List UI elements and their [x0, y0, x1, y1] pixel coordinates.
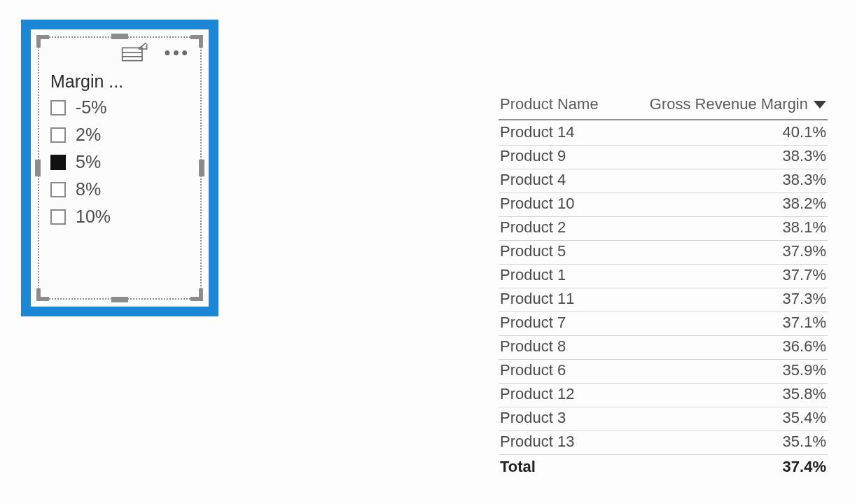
- table-row[interactable]: Product 335.4%: [499, 407, 828, 431]
- cell-product-name: Product 14: [500, 123, 783, 141]
- cell-product-name: Product 1: [500, 266, 783, 284]
- slicer-visual: ••• Margin ... -5%2%5%8%10%: [31, 29, 209, 307]
- resize-handle-top[interactable]: [111, 34, 128, 39]
- cell-margin-value: 35.4%: [783, 409, 826, 427]
- table-row[interactable]: Product 1235.8%: [499, 384, 828, 407]
- table-row[interactable]: Product 1335.1%: [499, 431, 828, 455]
- table-row[interactable]: Product 438.3%: [499, 169, 828, 193]
- slicer-item-label: -5%: [76, 97, 106, 118]
- cell-margin-value: 37.3%: [783, 290, 826, 308]
- column-header-product-name[interactable]: Product Name: [500, 95, 650, 113]
- slicer-header-toolbar: •••: [45, 39, 195, 66]
- cell-margin-value: 36.6%: [783, 337, 826, 356]
- cell-margin-value: 38.3%: [783, 171, 826, 189]
- svg-line-3: [139, 43, 147, 49]
- selection-corner-bottom-left: [36, 288, 49, 301]
- cell-margin-value: 37.7%: [783, 266, 826, 284]
- cell-margin-value: 40.1%: [783, 123, 826, 141]
- cell-product-name: Product 13: [500, 433, 783, 451]
- checkbox-icon[interactable]: [50, 209, 66, 225]
- table-row[interactable]: Product 836.6%: [499, 336, 828, 360]
- cell-margin-value: 38.3%: [783, 147, 826, 165]
- slicer-item-label: 8%: [76, 179, 101, 200]
- checkbox-icon[interactable]: [50, 100, 66, 115]
- slicer-item-label: 5%: [76, 152, 101, 172]
- svg-rect-0: [122, 48, 141, 60]
- cell-product-name: Product 10: [500, 195, 783, 213]
- resize-handle-bottom[interactable]: [111, 297, 128, 302]
- slicer-item[interactable]: 5%: [50, 152, 192, 172]
- table-row[interactable]: Product 737.1%: [499, 312, 828, 336]
- table-row[interactable]: Product 238.1%: [499, 217, 828, 241]
- cell-margin-value: 35.9%: [783, 361, 826, 379]
- table-row[interactable]: Product 1038.2%: [499, 193, 828, 217]
- cell-product-name: Product 2: [500, 218, 783, 237]
- cell-product-name: Product 8: [500, 337, 783, 356]
- selection-corner-bottom-right: [190, 288, 203, 301]
- table-row[interactable]: Product 635.9%: [499, 360, 828, 384]
- cell-margin-value: 37.9%: [783, 242, 826, 260]
- table-row[interactable]: Product 137.7%: [499, 265, 828, 288]
- cell-margin-value: 38.2%: [783, 195, 826, 213]
- cell-margin-value: 38.1%: [783, 218, 826, 237]
- column-header-value-label: Gross Revenue Margin: [650, 95, 808, 113]
- resize-handle-left[interactable]: [35, 160, 41, 176]
- table-row[interactable]: Product 1440.1%: [499, 122, 828, 146]
- table-row[interactable]: Product 537.9%: [499, 241, 828, 265]
- cell-product-name: Product 9: [500, 147, 783, 165]
- sort-descending-icon: [814, 101, 826, 108]
- header-divider: [499, 119, 828, 120]
- slicer-item[interactable]: 10%: [50, 206, 192, 227]
- slicer-item[interactable]: 2%: [50, 125, 192, 145]
- table-header-row: Product Name Gross Revenue Margin: [499, 95, 828, 116]
- cell-product-name: Product 7: [500, 314, 783, 332]
- cell-margin-value: 35.8%: [783, 385, 826, 403]
- slicer-title: Margin ...: [50, 71, 192, 92]
- cell-product-name: Product 3: [500, 409, 783, 427]
- cell-margin-value: 35.1%: [783, 433, 826, 451]
- slicer-item-label: 2%: [76, 125, 101, 145]
- resize-handle-right[interactable]: [199, 160, 204, 176]
- table-row[interactable]: Product 1137.3%: [499, 288, 828, 312]
- focus-mode-icon[interactable]: [121, 43, 149, 62]
- slicer-visual-selection[interactable]: ••• Margin ... -5%2%5%8%10%: [21, 20, 218, 316]
- cell-product-name: Product 12: [500, 385, 783, 403]
- checkbox-icon[interactable]: [50, 127, 66, 143]
- cell-product-name: Product 6: [500, 361, 783, 379]
- cell-margin-value: 37.1%: [783, 314, 826, 332]
- slicer-item-label: 10%: [76, 206, 111, 227]
- margin-table: Product Name Gross Revenue Margin Produc…: [499, 95, 828, 479]
- column-header-gross-revenue-margin[interactable]: Gross Revenue Margin: [650, 95, 826, 113]
- more-options-icon[interactable]: •••: [165, 44, 190, 61]
- table-row[interactable]: Product 938.3%: [499, 146, 828, 169]
- slicer-options-list: -5%2%5%8%10%: [50, 97, 192, 227]
- cell-product-name: Product 11: [500, 290, 783, 308]
- checkbox-icon[interactable]: [50, 155, 66, 170]
- total-label: Total: [500, 458, 783, 476]
- slicer-item[interactable]: 8%: [50, 179, 192, 200]
- slicer-body: Margin ... -5%2%5%8%10%: [50, 71, 192, 227]
- table-total-row: Total 37.4%: [499, 455, 828, 479]
- cell-product-name: Product 5: [500, 242, 783, 260]
- slicer-item[interactable]: -5%: [50, 97, 192, 118]
- total-value: 37.4%: [783, 458, 826, 476]
- checkbox-icon[interactable]: [50, 182, 66, 197]
- cell-product-name: Product 4: [500, 171, 783, 189]
